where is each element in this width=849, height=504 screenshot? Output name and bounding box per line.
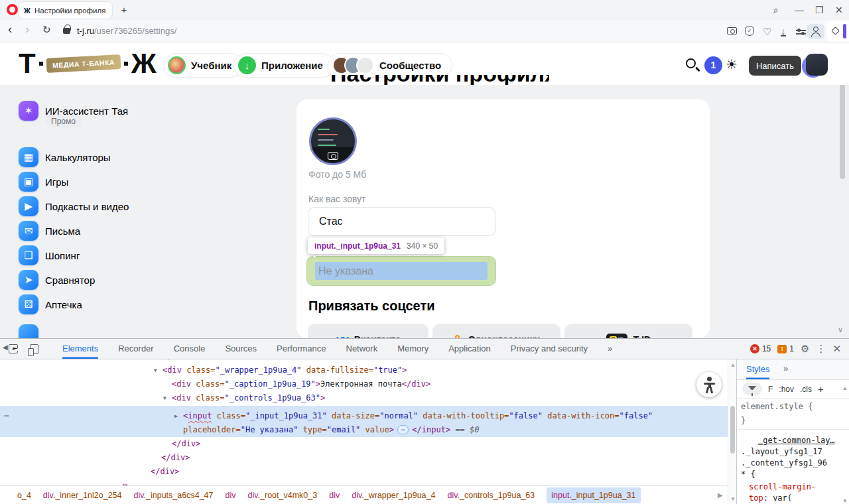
accessibility-button[interactable]	[696, 372, 722, 397]
devtools-tab-privacy-and-security[interactable]: Privacy and security	[511, 339, 588, 359]
sidebar-item[interactable]: ✉Письма	[19, 221, 80, 241]
filter-icon[interactable]	[742, 383, 762, 395]
styles-scroll-down-icon[interactable]: ▼	[842, 498, 848, 504]
issues-icon[interactable]: !	[777, 345, 787, 353]
styles-more-tabs[interactable]: »	[783, 363, 788, 373]
devtools-code-row[interactable]: …	[123, 476, 127, 485]
devtools-tab-network[interactable]: Network	[346, 339, 378, 359]
devtools-code-row[interactable]: </div>	[161, 451, 190, 465]
devtools-more-tabs-icon[interactable]: »	[608, 339, 612, 359]
breadcrumb-item[interactable]: div._root_v4mk0_3	[248, 491, 318, 500]
devtools-tab-elements[interactable]: Elements	[62, 339, 98, 359]
elements-scrollbar[interactable]: ▲ ▼	[728, 359, 736, 504]
notification-badge[interactable]: 1	[704, 56, 722, 74]
devtools-tab-sources[interactable]: Sources	[225, 339, 257, 359]
user-avatar[interactable]	[804, 54, 828, 78]
styles-scroll-up-icon[interactable]: ▲	[842, 385, 848, 391]
styles-scrollbar[interactable]: ▲ ▼	[841, 380, 849, 504]
sidebar-item[interactable]: ▣Игры	[19, 172, 68, 192]
devtools-close-icon[interactable]: ✕	[832, 343, 841, 355]
breadcrumb-item[interactable]: div._wrapper_1p9ua_4	[352, 491, 435, 500]
breadcrumb-item[interactable]: div._controls_1p9ua_63	[447, 491, 535, 500]
shield-icon[interactable]: ✓	[745, 27, 754, 36]
devtools-tab-performance[interactable]: Performance	[277, 339, 326, 359]
devtools-settings-icon[interactable]: ⚙	[801, 343, 809, 355]
search-icon[interactable]	[686, 58, 696, 68]
element-style-open[interactable]: element.style {	[741, 401, 813, 412]
tab-search-icon[interactable]: ⌕	[773, 5, 779, 16]
new-style-rule-icon[interactable]: +	[818, 383, 824, 395]
camera-icon[interactable]	[727, 27, 737, 34]
email-input-highlighted[interactable]: Не указана	[306, 256, 496, 286]
name-input[interactable]	[308, 207, 495, 236]
url-field[interactable]: t-j.ru/user736265/settings/	[77, 26, 176, 36]
nav-prilozhenie[interactable]: ↓ Приложение	[233, 53, 334, 78]
breadcrumb-back-icon[interactable]: ◀	[3, 344, 8, 351]
devtools-code-row[interactable]: <div class="_controls_1p9ua_63">	[172, 391, 325, 405]
css-selector[interactable]: _get-common-lay…	[758, 435, 835, 446]
devtools-tab-recorder[interactable]: Recorder	[118, 339, 153, 359]
breadcrumb-item[interactable]: div._inner_1nl2o_254	[43, 491, 122, 500]
forward-icon[interactable]: ›	[25, 22, 29, 36]
opera-menu-icon[interactable]	[7, 4, 18, 15]
sidebar-item[interactable]: ▦Калькуляторы	[19, 147, 111, 167]
devtools-tab-memory[interactable]: Memory	[397, 339, 428, 359]
expand-arrow-icon[interactable]: ▼	[154, 363, 157, 377]
tab-styles[interactable]: Styles	[746, 359, 769, 379]
hover-toggle[interactable]: :hov	[779, 385, 794, 394]
scrollbar-up-icon[interactable]: ▲	[730, 362, 736, 368]
close-icon[interactable]: ✕	[835, 5, 843, 15]
filter-hint[interactable]: F	[768, 385, 773, 394]
browser-tab[interactable]: Ж Настройки профиля	[19, 2, 112, 19]
devtools-code-row[interactable]: <div class="_caption_1p9ua_19">Электронн…	[172, 377, 430, 391]
breadcrumb-item[interactable]: div	[329, 491, 340, 500]
devtools-menu-icon[interactable]: ⋮	[816, 343, 826, 355]
breadcrumb-item[interactable]: o_4	[17, 491, 31, 500]
cube-icon[interactable]	[831, 27, 840, 35]
css-selector[interactable]: ._content_yfsg1_96	[741, 458, 827, 469]
back-icon[interactable]: ‹	[8, 22, 12, 36]
expand-arrow-icon[interactable]: ▼	[163, 391, 166, 405]
reload-icon[interactable]: ↻	[42, 24, 51, 36]
sidebar-item[interactable]: ⚄Аптечка	[19, 294, 82, 314]
theme-toggle-icon[interactable]: ☀	[726, 56, 738, 72]
css-selector[interactable]: * {	[741, 469, 755, 480]
minimize-icon[interactable]: —	[795, 5, 804, 15]
devtools-code-row[interactable]: <div class="_wrapper_1p9ua_4" data-fulls…	[163, 363, 407, 377]
devtools-tab-console[interactable]: Console	[174, 339, 206, 359]
css-property[interactable]: scroll-margin-	[749, 481, 816, 493]
nav-uchebnik[interactable]: Учебник	[163, 53, 243, 78]
expand-arrow-icon[interactable]: ▶	[174, 409, 178, 423]
device-toolbar-icon[interactable]	[30, 344, 38, 354]
classes-toggle[interactable]: .cls	[800, 385, 812, 394]
profile-photo[interactable]	[309, 117, 357, 165]
browser-profile-icon[interactable]	[807, 24, 824, 39]
sidebar-item[interactable]: ▶Подкасты и видео	[19, 196, 129, 216]
nav-soobshchestvo[interactable]: Сообщество	[328, 53, 452, 78]
elements-scrollbar-thumb[interactable]	[730, 406, 735, 454]
sidebar-handle[interactable]	[843, 24, 846, 38]
devtools-code-row[interactable]: </div>	[172, 437, 200, 451]
download-icon[interactable]: ↓	[781, 27, 786, 36]
error-icon[interactable]: ✕	[750, 344, 759, 353]
css-selector[interactable]: ._layout_yfsg1_17	[741, 446, 822, 458]
breadcrumb-item[interactable]: input._input_1p9ua_31	[547, 487, 640, 503]
heart-icon[interactable]: ♡	[763, 26, 771, 38]
devtools-code-row[interactable]: placeholder="Не указана" type="email" va…	[183, 423, 480, 437]
devtools-code-row[interactable]: <input class="_input_1p9ua_31" data-size…	[183, 409, 653, 423]
sidebar-item[interactable]: ➤Сравнятор	[19, 270, 95, 290]
breadcrumb-item[interactable]: div._inputs_a6cs4_47	[134, 491, 214, 500]
restore-icon[interactable]: ❐	[815, 5, 824, 15]
devtools-tab-application[interactable]: Application	[448, 339, 491, 359]
css-property-wrap[interactable]: top: var(	[749, 493, 792, 504]
lock-icon[interactable]	[63, 28, 70, 34]
write-button[interactable]: Написать	[749, 56, 801, 76]
site-logo[interactable]: Т МЕДИА Т-БАНКА Ж	[19, 50, 157, 77]
devtools-code-row[interactable]: </div>	[151, 465, 179, 479]
new-tab-button[interactable]: +	[117, 3, 131, 17]
breadcrumb-item[interactable]: div	[226, 491, 236, 500]
node-menu-icon[interactable]: ⋯	[4, 409, 9, 423]
page-scrollbar[interactable]	[840, 83, 845, 179]
inspect-element-icon[interactable]	[9, 344, 18, 353]
sliders-icon[interactable]	[796, 28, 806, 36]
